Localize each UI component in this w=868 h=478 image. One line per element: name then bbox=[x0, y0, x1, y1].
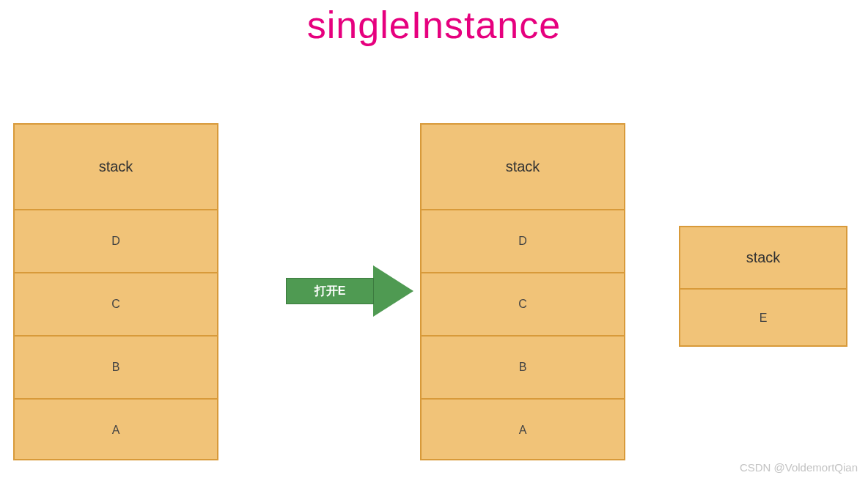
stack-after-new-task: stack E bbox=[679, 226, 847, 347]
stack-cell: D bbox=[422, 209, 624, 272]
watermark: CSDN @VoldemortQian bbox=[740, 461, 858, 474]
arrow-label: 打开E bbox=[286, 278, 374, 304]
transition-arrow: 打开E bbox=[286, 265, 414, 317]
stack-cell: E bbox=[680, 288, 846, 347]
stack-cell: C bbox=[15, 272, 217, 335]
stack-header: stack bbox=[15, 125, 217, 209]
stack-cell: A bbox=[422, 398, 624, 461]
stack-cell: B bbox=[15, 335, 217, 398]
arrow-head-icon bbox=[373, 265, 413, 317]
stack-after-main: stack D C B A bbox=[420, 123, 625, 460]
page-title: singleInstance bbox=[0, 3, 868, 47]
stack-cell: D bbox=[15, 209, 217, 272]
stack-header: stack bbox=[422, 125, 624, 209]
stack-cell: A bbox=[15, 398, 217, 461]
stack-before: stack D C B A bbox=[13, 123, 218, 460]
stack-cell: B bbox=[422, 335, 624, 398]
stack-cell: C bbox=[422, 272, 624, 335]
stack-header: stack bbox=[680, 227, 846, 288]
